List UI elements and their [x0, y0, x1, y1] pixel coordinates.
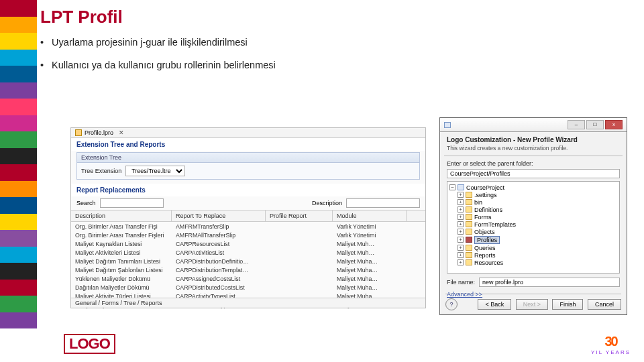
- table-row[interactable]: Org. Birimler Arası Transfer FişleriAMFR…: [71, 231, 425, 239]
- tree-item[interactable]: +Reports: [458, 251, 617, 259]
- table-row[interactable]: Maliyet Aktiviteleri ListesiCARPActiviti…: [71, 248, 425, 257]
- file-icon: [75, 129, 82, 136]
- description-filter-label: Description: [312, 200, 342, 206]
- tree-item[interactable]: +FormTemplates: [458, 221, 617, 228]
- footer-tabs[interactable]: General / Forms / Tree / Reports: [71, 298, 425, 308]
- next-button: Next >: [516, 299, 548, 310]
- help-button[interactable]: ?: [445, 298, 458, 310]
- anniversary-badge: 30 YIL YEARS: [591, 334, 631, 355]
- finish-button[interactable]: Finish: [552, 299, 583, 310]
- tree-item[interactable]: +Objects: [458, 228, 617, 235]
- parent-folder-input[interactable]: [447, 169, 620, 178]
- close-icon[interactable]: ✕: [119, 129, 124, 136]
- tab-label: Profile.lpro: [85, 129, 113, 136]
- parent-folder-label: Enter or select the parent folder:: [447, 160, 620, 167]
- table-row[interactable]: Maliyet Dağıtım Tanımları ListesiCARPDis…: [71, 257, 425, 265]
- search-label: Search: [76, 200, 96, 206]
- report-replacements-heading: Report Replacements: [71, 184, 425, 196]
- table-row[interactable]: Maliyet Kaynakları ListesiCARPResourcesL…: [71, 239, 425, 248]
- tree-item[interactable]: +.settings: [458, 191, 617, 198]
- wizard-title: Logo Customization - New Profile Wizard: [447, 136, 620, 143]
- tree-item[interactable]: +Queries: [458, 244, 617, 251]
- table-header: Description Report To Replace Profile Re…: [71, 210, 425, 222]
- search-input[interactable]: [100, 198, 164, 208]
- tree-item[interactable]: +Forms: [458, 213, 617, 221]
- filename-label: File name:: [447, 279, 475, 286]
- cancel-button[interactable]: Cancel: [588, 299, 621, 310]
- tree-extension-label: Tree Extension: [81, 168, 121, 174]
- back-button[interactable]: < Back: [478, 299, 511, 310]
- table-row[interactable]: Org. Birimler Arası Transfer FişiAMFRMTr…: [71, 222, 425, 231]
- table-row[interactable]: Dağıtılan Maliyetler DökümüCARPDistribut…: [71, 283, 425, 292]
- bullets: Uyarlama projesinin j-guar ile ilişkilen…: [40, 37, 276, 82]
- maximize-button[interactable]: □: [586, 120, 604, 129]
- logo: LOGO: [64, 334, 115, 354]
- tree-extension-select[interactable]: Trees/Tree.ltre: [125, 166, 185, 176]
- extension-tree-heading: Extension Tree: [77, 153, 419, 163]
- tree-item[interactable]: +bin: [458, 198, 617, 206]
- bullet-item: Kullanıcı ya da kullanıcı grubu rollerin…: [40, 60, 276, 70]
- tree-item[interactable]: +Definitions: [458, 206, 617, 213]
- slide-title: LPT Profil: [40, 7, 123, 27]
- folder-tree[interactable]: −CourseProject+.settings+bin+Definitions…: [447, 181, 620, 274]
- filename-input[interactable]: [479, 278, 620, 287]
- bullet-item: Uyarlama projesinin j-guar ile ilişkilen…: [40, 37, 276, 48]
- tree-item[interactable]: +Profiles: [458, 235, 617, 244]
- minimize-button[interactable]: –: [568, 120, 585, 129]
- tree-item[interactable]: +Resources: [458, 259, 617, 266]
- close-button[interactable]: x: [605, 120, 623, 129]
- table-row[interactable]: Maliyet Dağıtım Şablonları ListesiCARPDi…: [71, 265, 425, 274]
- new-profile-wizard: – □ x Logo Customization - New Profile W…: [439, 117, 627, 315]
- table-row[interactable]: Yüklenen Maliyetler DökümüCARPAssignedCo…: [71, 274, 425, 283]
- editor-tab[interactable]: Profile.lpro ✕: [71, 128, 425, 138]
- panel-header: Extension Tree and Reports: [71, 138, 425, 151]
- app-icon: [444, 122, 451, 128]
- description-filter-input[interactable]: [346, 198, 420, 208]
- wizard-description: This wizard creates a new customization …: [447, 145, 620, 152]
- profile-editor-panel: Profile.lpro ✕ Extension Tree and Report…: [70, 127, 426, 308]
